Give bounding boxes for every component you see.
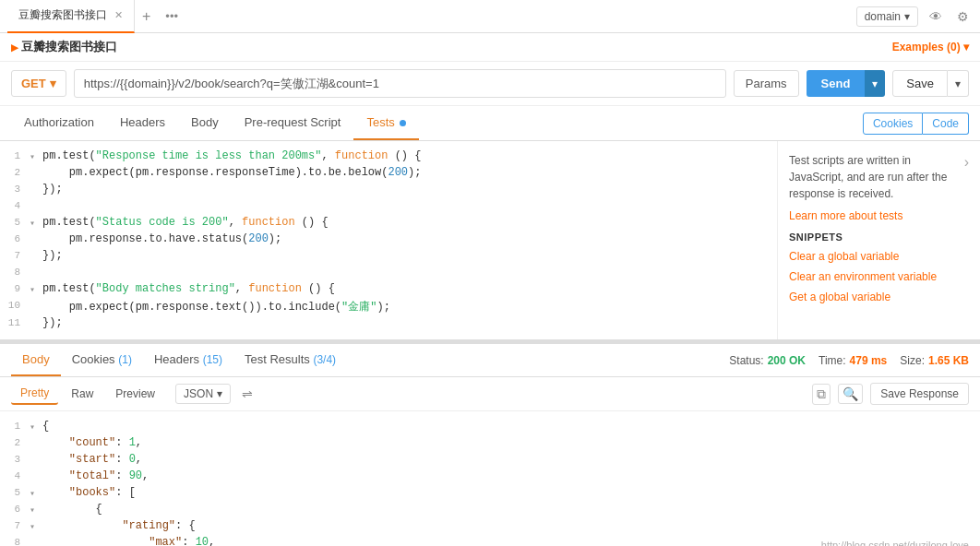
status-label: Status: [729, 354, 763, 367]
line-code: pm.response.to.have.status(200); [42, 232, 777, 245]
tab-tests[interactable]: Tests [353, 106, 419, 140]
code-line: 6 pm.response.to.have.status(200); [0, 231, 777, 248]
send-arrow-icon[interactable]: ▾ [865, 70, 885, 97]
fold-toggle [30, 453, 42, 455]
fold-toggle [30, 166, 42, 168]
resp-tab-raw[interactable]: Raw [62, 384, 102, 404]
line-code: pm.test("Response time is less than 200m… [42, 149, 777, 162]
fold-toggle [30, 232, 42, 234]
code-line: 10 pm.expect(pm.response.text()).to.incl… [0, 298, 777, 315]
code-line: 11 }); [0, 315, 777, 332]
line-num: 6 [0, 503, 30, 515]
save-response-button[interactable]: Save Response [870, 383, 969, 405]
status-bar: Status: 200 OK Time: 479 ms Size: 1.65 K… [729, 354, 969, 367]
time-value: 479 ms [850, 354, 888, 367]
method-select[interactable]: GET ▾ [11, 70, 66, 97]
line-code: { [42, 503, 980, 516]
tab-authorization[interactable]: Authorization [11, 106, 107, 140]
gear-icon[interactable]: ⚙ [953, 6, 973, 28]
line-num: 10 [0, 299, 30, 311]
fold-toggle [30, 249, 42, 251]
line-num: 1 [0, 149, 30, 161]
tab-add-icon[interactable]: + [135, 8, 158, 25]
tab-headers-response[interactable]: Headers (15) [143, 344, 233, 376]
json-line: 5 ▾ "books": [ [0, 485, 980, 502]
save-button-group: Save ▾ [892, 70, 969, 97]
headers-count: (15) [203, 353, 222, 366]
format-select[interactable]: JSON ▾ [175, 384, 231, 404]
filter-icon[interactable]: ⇌ [242, 386, 253, 401]
response-toolbar: Pretty Raw Preview JSON ▾ ⇌ ⧉ 🔍 Save Res… [0, 377, 980, 411]
fold-toggle [30, 436, 42, 438]
tests-badge [400, 120, 406, 126]
code-button[interactable]: Code [923, 113, 969, 135]
snippets-title: SNIPPETS [789, 231, 969, 243]
learn-more-link[interactable]: Learn more about tests [789, 209, 969, 222]
line-num: 5 [0, 216, 30, 228]
line-num: 7 [0, 519, 30, 531]
snippet-get-global[interactable]: Get a global variable [789, 291, 969, 303]
fold-toggle[interactable]: ▾ [30, 486, 42, 499]
line-num: 2 [0, 436, 30, 448]
tab-body[interactable]: Body [178, 106, 232, 140]
size-label: Size: [900, 354, 925, 367]
main-tab[interactable]: 豆瓣搜索图书接口 ✕ [7, 0, 135, 33]
line-num: 7 [0, 249, 30, 261]
tab-cookies-response[interactable]: Cookies (1) [61, 344, 143, 376]
fold-toggle[interactable]: ▾ [30, 519, 42, 532]
json-line: 4 "total": 90, [0, 469, 980, 485]
line-num: 6 [0, 232, 30, 244]
fold-toggle[interactable]: ▾ [30, 420, 42, 433]
tab-prerequest[interactable]: Pre-request Script [232, 106, 354, 140]
fold-toggle[interactable]: ▾ [30, 149, 42, 162]
save-arrow-icon[interactable]: ▾ [948, 70, 969, 97]
fold-toggle [30, 536, 42, 538]
tab-test-results[interactable]: Test Results (3/4) [233, 344, 347, 376]
editor-container: 1 ▾ pm.test("Response time is less than … [0, 141, 980, 343]
params-button[interactable]: Params [734, 70, 799, 97]
tab-more-icon[interactable]: ••• [158, 9, 185, 23]
tab-body-response[interactable]: Body [11, 344, 61, 376]
copy-icon[interactable]: ⧉ [812, 384, 831, 405]
main-tab-label: 豆瓣搜索图书接口 [18, 7, 107, 23]
examples-link[interactable]: Examples (0) ▾ [892, 41, 969, 53]
code-editor[interactable]: 1 ▾ pm.test("Response time is less than … [0, 141, 777, 339]
send-button-group: Send ▾ [807, 70, 886, 97]
format-chevron-icon: ▾ [217, 387, 222, 400]
code-line: 4 [0, 198, 777, 215]
fold-toggle[interactable]: ▾ [30, 282, 42, 295]
fold-toggle[interactable]: ▾ [30, 216, 42, 229]
json-viewer[interactable]: 1 ▾ { 2 "count": 1, 3 "start": 0, 4 "tot… [0, 411, 980, 546]
tab-bar-right: Cookies Code [863, 113, 969, 135]
line-code: }); [42, 183, 777, 196]
code-line: 2 pm.expect(pm.response.responseTime).to… [0, 165, 777, 182]
line-num: 8 [0, 266, 30, 278]
cookies-button[interactable]: Cookies [863, 113, 923, 135]
url-input[interactable] [74, 69, 726, 98]
cookies-count: (1) [118, 353, 132, 366]
sidebar-expand-icon[interactable]: › [964, 154, 969, 171]
bottom-panel: Body Cookies (1) Headers (15) Test Resul… [0, 343, 980, 546]
line-num: 9 [0, 282, 30, 294]
snippet-clear-env[interactable]: Clear an environment variable [789, 270, 969, 283]
line-code: "max": 10, [42, 536, 980, 546]
domain-select[interactable]: domain ▾ [856, 6, 918, 27]
tab-close-icon[interactable]: ✕ [114, 9, 123, 21]
code-line: 5 ▾ pm.test("Status code is 200", functi… [0, 215, 777, 231]
save-button[interactable]: Save [892, 70, 948, 97]
tab-headers[interactable]: Headers [107, 106, 178, 140]
send-button[interactable]: Send [807, 70, 866, 97]
eye-icon[interactable]: 👁 [926, 6, 946, 28]
fold-toggle[interactable]: ▾ [30, 503, 42, 516]
resp-tab-pretty[interactable]: Pretty [11, 383, 58, 405]
domain-label: domain [865, 10, 901, 23]
response-actions: ⧉ 🔍 Save Response [812, 383, 969, 405]
line-num: 3 [0, 453, 30, 465]
snippet-clear-global[interactable]: Clear a global variable [789, 250, 969, 263]
code-line: 1 ▾ pm.test("Response time is less than … [0, 148, 777, 165]
resp-tab-preview[interactable]: Preview [106, 384, 164, 404]
top-bar: 豆瓣搜索图书接口 ✕ + ••• domain ▾ 👁 ⚙ [0, 0, 980, 33]
json-line: 7 ▾ "rating": { [0, 518, 980, 535]
line-num: 8 [0, 536, 30, 546]
search-icon[interactable]: 🔍 [838, 384, 863, 404]
